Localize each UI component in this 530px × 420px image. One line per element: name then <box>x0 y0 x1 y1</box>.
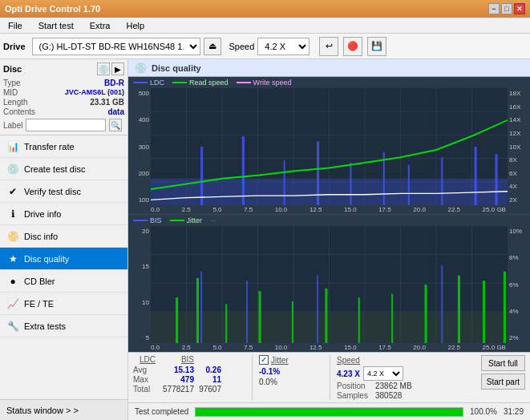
toolbar-btn-1[interactable]: ↩ <box>319 37 338 56</box>
transfer-rate-icon: 📊 <box>6 140 19 153</box>
sidebar: Disc 💿 ▶ Type BD-R MID JVC-AMS6L (001) L… <box>0 59 128 420</box>
svg-rect-49 <box>200 272 202 343</box>
write-speed-legend-line <box>237 82 251 83</box>
read-speed-legend-line <box>172 82 187 83</box>
verify-test-disc-icon: ✔ <box>6 185 19 198</box>
bottom-chart: BIS Jitter ··· 20 15 10 5 <box>128 215 530 352</box>
app-title: Opti Drive Control 1.70 <box>5 4 100 14</box>
samples-value: 380528 <box>375 391 402 400</box>
position-value: 23862 MB <box>375 382 412 390</box>
start-part-btn[interactable]: Start part <box>481 374 525 390</box>
extra-tests-label: Extra tests <box>24 321 66 331</box>
svg-rect-44 <box>391 293 393 343</box>
svg-rect-40 <box>259 291 261 343</box>
toolbar-btn-2[interactable]: 🔴 <box>343 37 362 56</box>
top-chart: LDC Read speed Write speed 500 40 <box>128 77 530 215</box>
speed-header: Speed <box>337 356 360 365</box>
avg-jitter-value: -0.1% <box>259 367 280 376</box>
create-test-disc-icon: 💿 <box>6 163 19 176</box>
total-bis-value: 97607 <box>197 385 221 394</box>
menu-help[interactable]: Help <box>121 20 149 31</box>
sidebar-item-extra-tests[interactable]: 🔧 Extra tests <box>0 315 127 337</box>
disc-length-label: Length <box>3 98 28 107</box>
bottom-chart-y-right: 10% 8% 6% 4% 2% <box>508 226 530 343</box>
total-label: Total <box>133 385 156 394</box>
svg-rect-22 <box>475 147 477 205</box>
svg-rect-50 <box>246 281 248 343</box>
disc-label-btn[interactable]: 🔍 <box>109 119 122 131</box>
svg-rect-42 <box>325 289 327 343</box>
ldc-legend-label: LDC <box>150 79 164 87</box>
svg-rect-13 <box>151 179 508 205</box>
bottom-chart-x-axis: 0.02.55.07.510.012.515.017.520.022.525.0… <box>128 343 530 352</box>
drive-info-label: Drive info <box>24 209 61 219</box>
menu-extra[interactable]: Extra <box>85 20 115 31</box>
bis-legend-line <box>133 220 148 221</box>
write-speed-legend-label: Write speed <box>253 79 292 87</box>
svg-rect-46 <box>458 276 460 343</box>
content-area: 💿 Disc quality LDC Read speed <box>128 59 530 420</box>
bis-legend-label: BIS <box>150 216 162 224</box>
menu-start-test[interactable]: Start test <box>34 20 79 31</box>
status-window-label: Status window > > <box>6 406 79 415</box>
speed-select-stats[interactable]: 4.2 X <box>363 366 403 381</box>
disc-type-label: Type <box>3 79 21 87</box>
sidebar-item-disc-quality[interactable]: ★ Disc quality <box>0 248 127 270</box>
disc-icon-2[interactable]: ▶ <box>111 63 124 75</box>
top-chart-y-right: 18X 16X 14X 12X 10X 8X 6X 4X 2X <box>508 88 530 205</box>
status-window-btn[interactable]: Status window > > <box>0 399 127 420</box>
svg-rect-17 <box>317 141 319 205</box>
disc-mid-value: JVC-AMS6L (001) <box>65 88 124 97</box>
status-label: Test completed <box>135 407 188 416</box>
svg-rect-37 <box>176 297 178 343</box>
sidebar-item-fe-te[interactable]: 📈 FE / TE <box>0 293 127 315</box>
fe-te-label: FE / TE <box>24 299 54 309</box>
total-ldc-value: 5778217 <box>159 385 194 394</box>
stats-section: LDC BIS Avg 15.13 0.26 Max 479 11 Tota <box>128 352 530 402</box>
eject-btn[interactable]: ⏏ <box>204 38 221 55</box>
svg-rect-14 <box>200 147 203 205</box>
sidebar-item-create-test-disc[interactable]: 💿 Create test disc <box>0 158 127 180</box>
maximize-btn[interactable]: □ <box>501 3 512 14</box>
dq-header: 💿 Disc quality <box>128 59 530 77</box>
top-chart-y-left: 500 400 300 200 100 <box>128 88 151 205</box>
disc-label-input[interactable] <box>26 119 106 131</box>
ldc-col-header: LDC <box>133 355 156 364</box>
extra-tests-icon: 🔧 <box>6 320 19 333</box>
svg-rect-15 <box>242 136 245 205</box>
minimize-btn[interactable]: − <box>488 3 500 14</box>
start-full-btn[interactable]: Start full <box>481 355 525 371</box>
toolbar-btn-3[interactable]: 💾 <box>367 37 386 56</box>
max-label: Max <box>133 375 156 384</box>
jitter-checkbox[interactable]: ✓ <box>259 355 269 365</box>
disc-quality-label: Disc quality <box>24 254 69 264</box>
disc-mid-label: MID <box>3 88 18 97</box>
drive-select[interactable]: (G:) HL-DT-ST BD-RE WH16NS48 1.D3 <box>32 38 200 55</box>
sidebar-item-transfer-rate[interactable]: 📊 Transfer rate <box>0 135 127 158</box>
samples-label: Samples <box>337 391 372 400</box>
stats-divider-2 <box>330 355 330 400</box>
disc-label-label: Label <box>3 121 22 130</box>
read-speed-legend-label: Read speed <box>189 79 229 87</box>
sidebar-item-drive-info[interactable]: ℹ Drive info <box>0 203 127 225</box>
cd-bler-label: CD Bler <box>24 277 55 286</box>
max-bis-value: 11 <box>197 375 221 384</box>
sidebar-item-cd-bler[interactable]: ● CD Bler <box>0 270 127 293</box>
cd-bler-icon: ● <box>6 275 19 288</box>
disc-icon-1[interactable]: 💿 <box>97 63 110 75</box>
speed-label: Speed <box>229 42 255 51</box>
drive-label: Drive <box>3 42 26 51</box>
close-btn[interactable]: ✕ <box>514 3 525 14</box>
disc-info-label: Disc info <box>24 232 58 241</box>
position-label: Position <box>337 382 372 390</box>
svg-rect-51 <box>317 276 318 343</box>
bottom-chart-y-left: 20 15 10 5 <box>128 226 151 343</box>
avg-ldc-value: 15.13 <box>159 365 194 374</box>
sidebar-item-disc-info[interactable]: 📀 Disc info <box>0 225 127 248</box>
menu-file[interactable]: File <box>3 20 27 31</box>
speed-select[interactable]: 4.2 X <box>257 38 310 55</box>
bis-col-header: BIS <box>159 355 194 364</box>
transfer-rate-label: Transfer rate <box>24 142 75 151</box>
sidebar-item-verify-test-disc[interactable]: ✔ Verify test disc <box>0 180 127 203</box>
svg-rect-38 <box>196 278 199 343</box>
